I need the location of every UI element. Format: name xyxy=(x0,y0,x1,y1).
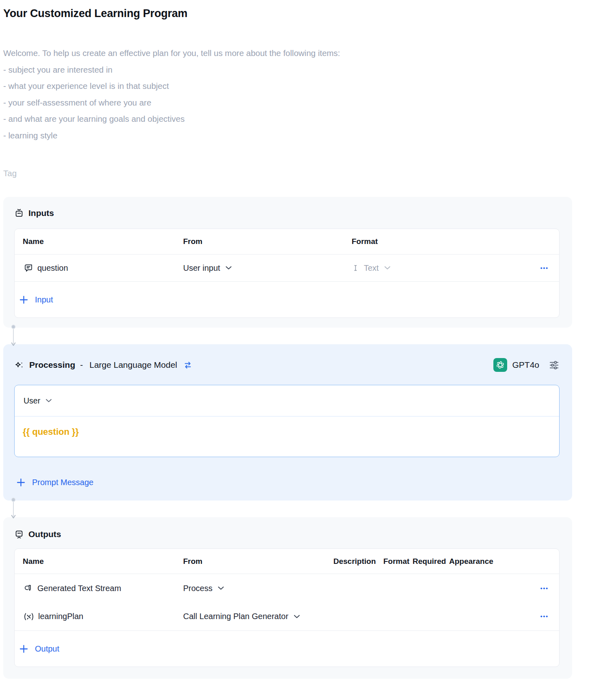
input-row-menu-button[interactable] xyxy=(540,265,548,271)
text-stream-icon xyxy=(24,583,33,593)
input-name: question xyxy=(37,263,68,273)
output-from-select[interactable]: Process xyxy=(183,584,224,593)
connector-arrow-icon xyxy=(10,324,17,349)
output-row-learning-plan: learningPlan Call Learning Plan Generato… xyxy=(15,602,559,631)
ellipsis-icon xyxy=(540,615,548,617)
description-line: - your self-assessment of where you are xyxy=(3,95,616,111)
inputs-section: Inputs Name From Format question xyxy=(3,197,572,328)
ellipsis-icon xyxy=(540,267,548,269)
plus-icon xyxy=(19,296,28,304)
add-input-button[interactable]: Input xyxy=(19,295,53,304)
column-header-format: Format xyxy=(383,557,413,566)
outputs-table: Name From Description Format Required Ap… xyxy=(14,548,560,667)
model-name: GPT4o xyxy=(512,360,539,370)
column-header-description: Description xyxy=(333,557,383,566)
prompt-role-select[interactable]: User xyxy=(24,396,52,406)
description-line: - and what are your learning goals and o… xyxy=(3,111,616,127)
prompt-message-card: User {{ question }} xyxy=(14,385,560,457)
output-row-generated-text-stream: Generated Text Stream Process xyxy=(15,574,559,602)
add-output-button[interactable]: Output xyxy=(19,644,59,654)
column-header-from: From xyxy=(183,557,333,566)
model-settings-button[interactable] xyxy=(549,360,560,371)
input-format-select[interactable]: Text xyxy=(364,263,390,273)
description-line: Welcome. To help us create an effective … xyxy=(3,45,616,62)
plus-icon xyxy=(17,478,25,487)
output-name: learningPlan xyxy=(38,612,83,621)
chat-bubble-icon xyxy=(24,263,33,273)
inputs-table: Name From Format question User input xyxy=(14,229,560,318)
outputs-monitor-icon xyxy=(14,529,24,539)
flow-connector xyxy=(10,501,18,517)
plus-icon xyxy=(19,645,28,653)
output-name: Generated Text Stream xyxy=(37,584,121,593)
add-prompt-message-button[interactable]: Prompt Message xyxy=(17,478,93,487)
chevron-down-icon xyxy=(294,615,300,618)
chevron-down-icon xyxy=(46,399,52,402)
outputs-section: Outputs Name From Description Format Req… xyxy=(3,517,572,679)
column-header-required: Required xyxy=(413,557,449,566)
inputs-section-header: Inputs xyxy=(14,208,560,218)
flow-editor-page: Your Customized Learning Program Welcome… xyxy=(0,0,616,679)
outputs-section-title: Outputs xyxy=(28,529,61,539)
processing-section-header: Processing - Large Language Model xyxy=(14,358,560,372)
tag-input[interactable]: Tag xyxy=(3,168,616,178)
input-row-question: question User input Text xyxy=(15,255,559,282)
chevron-down-icon xyxy=(385,266,390,270)
sliders-icon xyxy=(549,360,560,371)
connector-arrow-icon xyxy=(10,497,17,522)
flow-connector xyxy=(10,328,18,344)
chevron-down-icon xyxy=(226,266,231,270)
swap-node-button[interactable] xyxy=(182,360,193,370)
column-header-name: Name xyxy=(23,237,183,246)
program-description: Welcome. To help us create an effective … xyxy=(3,45,616,144)
openai-logo-icon xyxy=(493,358,507,372)
column-header-from: From xyxy=(183,237,352,246)
inputs-table-header: Name From Format xyxy=(15,229,559,255)
page-title: Your Customized Learning Program xyxy=(0,0,616,19)
processing-separator: - xyxy=(80,360,83,370)
processing-title: Processing xyxy=(29,360,75,370)
text-cursor-icon xyxy=(352,264,359,272)
description-line: - subject you are interested in xyxy=(3,62,616,78)
swap-arrows-icon xyxy=(183,360,193,370)
ellipsis-icon xyxy=(540,587,548,589)
column-header-name: Name xyxy=(23,557,183,566)
prompt-content-editor[interactable]: {{ question }} xyxy=(15,417,559,447)
inputs-section-title: Inputs xyxy=(28,208,54,218)
processing-section: Processing - Large Language Model xyxy=(3,344,572,501)
outputs-section-header: Outputs xyxy=(14,529,560,539)
description-line: - what your experience level is in that … xyxy=(3,78,616,95)
outputs-table-header: Name From Description Format Required Ap… xyxy=(15,549,559,574)
column-header-format: Format xyxy=(352,237,532,246)
model-selector[interactable]: GPT4o xyxy=(493,358,539,372)
description-line: - learning style xyxy=(3,127,616,144)
output-row-menu-button[interactable] xyxy=(540,586,548,591)
output-from-select[interactable]: Call Learning Plan Generator xyxy=(183,612,300,621)
input-from-select[interactable]: User input xyxy=(183,263,231,273)
inputs-robot-icon xyxy=(14,208,24,218)
sparkle-icon xyxy=(14,360,24,370)
column-header-appearance: Appearance xyxy=(449,557,536,566)
variable-icon xyxy=(24,612,34,621)
output-row-menu-button[interactable] xyxy=(540,614,548,619)
chevron-down-icon xyxy=(218,587,224,590)
processing-subtitle: Large Language Model xyxy=(89,360,177,370)
